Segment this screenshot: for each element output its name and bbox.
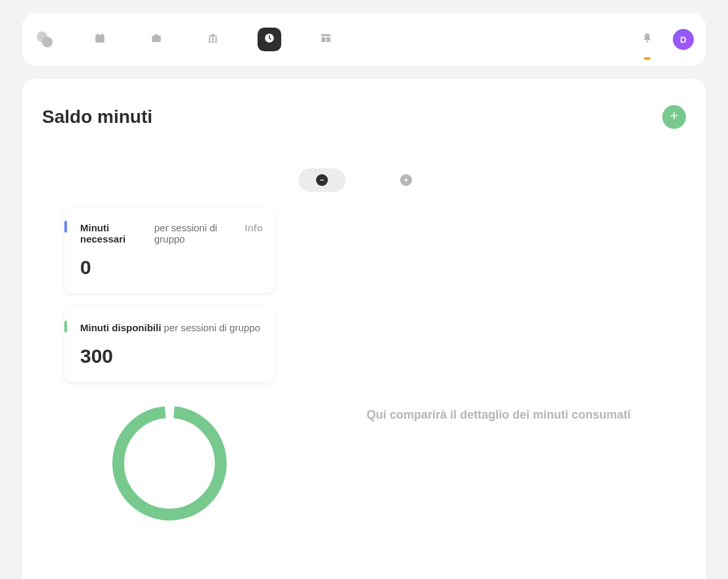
app-logo[interactable] [34, 29, 55, 50]
add-button[interactable] [662, 105, 686, 129]
card-accent [64, 321, 67, 333]
minus-icon [316, 174, 328, 186]
nav-icons-group [88, 28, 338, 51]
briefcase-icon [150, 32, 162, 47]
clock-icon [263, 32, 275, 47]
nav-clock[interactable] [258, 28, 281, 51]
card-title-bold: Minuti disponibili [80, 322, 161, 333]
plus-small-icon [400, 174, 412, 186]
page-title: Saldo minuti [42, 106, 152, 127]
cards-area: Minuti necessari per sessioni di gruppo … [22, 208, 706, 382]
card-value: 300 [80, 345, 263, 367]
plus-icon [669, 110, 679, 124]
svg-marker-8 [208, 34, 218, 37]
svg-point-1 [42, 37, 53, 47]
svg-rect-11 [216, 37, 217, 41]
card-title-line: Minuti disponibili per sessioni di grupp… [80, 322, 263, 333]
card-minuti-disponibili: Minuti disponibili per sessioni di grupp… [64, 308, 275, 382]
svg-rect-10 [212, 37, 214, 41]
bell-icon [641, 35, 653, 46]
svg-rect-14 [321, 34, 330, 36]
toggle-minus[interactable] [298, 168, 346, 192]
donut-chart [112, 405, 227, 521]
nav-calendar[interactable] [88, 28, 112, 51]
detail-empty-text: Qui comparirà il dettaglio dei minuti co… [275, 405, 706, 422]
card-value: 0 [80, 256, 263, 279]
nav-layout[interactable] [314, 28, 338, 51]
svg-rect-4 [97, 34, 99, 36]
notification-indicator [644, 57, 650, 60]
card-title-rest: per sessioni di gruppo [164, 322, 260, 333]
svg-point-23 [114, 407, 225, 519]
calendar-icon [94, 32, 106, 47]
toggle-plus[interactable] [382, 168, 430, 192]
chart-row: Qui comparirà il dettaglio dei minuti co… [22, 405, 706, 521]
svg-rect-16 [327, 37, 330, 43]
bank-icon [207, 32, 219, 47]
notifications-button[interactable] [641, 32, 653, 47]
svg-rect-5 [102, 34, 103, 36]
nav-right: D [641, 29, 694, 50]
svg-point-17 [647, 41, 648, 43]
card-minuti-necessari: Minuti necessari per sessioni di gruppo … [64, 208, 275, 293]
card-title-rest: per sessioni di gruppo [154, 222, 244, 244]
avatar[interactable]: D [673, 29, 694, 50]
card-accent [64, 221, 67, 233]
donut-wrap [64, 405, 275, 521]
svg-rect-15 [321, 37, 325, 43]
svg-rect-9 [209, 37, 210, 41]
toggle-row [22, 168, 706, 192]
info-link[interactable]: Info [245, 222, 263, 233]
svg-rect-7 [155, 34, 158, 36]
layout-icon [320, 32, 332, 47]
card-title-bold: Minuti necessari [80, 222, 152, 244]
card-title-line: Minuti necessari per sessioni di gruppo … [80, 222, 263, 244]
panel-header: Saldo minuti [22, 105, 706, 129]
top-nav: D [22, 13, 706, 66]
nav-bank[interactable] [201, 28, 225, 51]
main-panel: Saldo minuti Minuti necessari per sessio… [22, 79, 706, 579]
avatar-initial: D [680, 35, 686, 45]
nav-briefcase[interactable] [145, 28, 168, 51]
svg-rect-12 [208, 41, 218, 43]
svg-rect-6 [152, 35, 161, 42]
